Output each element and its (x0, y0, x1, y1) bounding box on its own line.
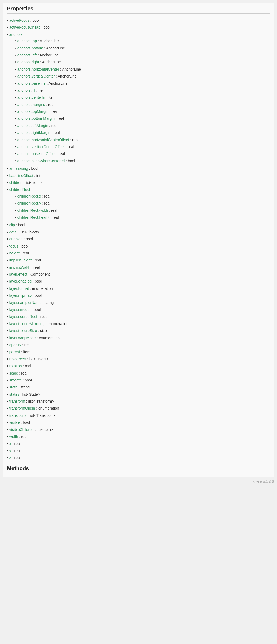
prop-type-rotation: : real (22, 364, 31, 368)
sub-link-anchors-margins[interactable]: anchors.margins (17, 102, 45, 107)
sub-item-anchors-verticalCenter: anchors.verticalCenter : AnchorLine (15, 73, 270, 80)
sub-link-anchors-right[interactable]: anchors.right (17, 60, 39, 64)
sub-type-anchors-topMargin: : real (48, 109, 58, 114)
prop-type-layer.smooth: : bool (30, 307, 41, 312)
prop-link-height[interactable]: height (9, 251, 20, 255)
prop-item-x: x : real (7, 440, 270, 447)
sub-link-anchors-alignWhenCentered[interactable]: anchors.alignWhenCentered (17, 159, 65, 163)
prop-item-baselineOffset: baselineOffset : int (7, 172, 270, 179)
sub-link-childrenRect-width[interactable]: childrenRect.width (17, 208, 48, 213)
prop-type-visible: : bool (20, 420, 30, 425)
prop-link-layer.smooth[interactable]: layer.smooth (9, 307, 30, 312)
sub-item-anchors-fill: anchors.fill : Item (15, 87, 270, 94)
prop-type-opacity: : real (21, 343, 30, 347)
sub-link-childrenRect-x[interactable]: childrenRect.x (17, 194, 41, 198)
prop-link-layer.wrapMode[interactable]: layer.wrapMode (9, 336, 36, 340)
prop-type-transitions: : list<Transition> (26, 413, 55, 418)
prop-item-activeFocusOnTab: activeFocusOnTab : bool (7, 24, 270, 31)
prop-link-data[interactable]: data (9, 230, 17, 234)
prop-link-parent[interactable]: parent (9, 350, 20, 354)
prop-link-visible[interactable]: visible (9, 420, 20, 425)
prop-link-implicitWidth[interactable]: implicitWidth (9, 265, 30, 269)
prop-link-visibleChildren[interactable]: visibleChildren (9, 427, 34, 432)
prop-link-y[interactable]: y (9, 449, 11, 453)
prop-link-scale[interactable]: scale (9, 371, 18, 375)
prop-link-baselineOffset[interactable]: baselineOffset (9, 173, 33, 178)
sub-link-anchors-fill[interactable]: anchors.fill (17, 88, 35, 92)
sub-item-anchors-horizontalCenter: anchors.horizontalCenter : AnchorLine (15, 66, 270, 73)
prop-item-layer.smooth: layer.smooth : bool (7, 306, 270, 313)
sub-item-anchors-margins: anchors.margins : real (15, 101, 270, 108)
prop-link-resources[interactable]: resources (9, 357, 26, 361)
prop-link-layer.enabled[interactable]: layer.enabled (9, 279, 32, 283)
prop-link-clip[interactable]: clip (9, 223, 15, 227)
sub-link-anchors-topMargin[interactable]: anchors.topMargin (17, 109, 48, 114)
prop-link-enabled[interactable]: enabled (9, 237, 23, 241)
prop-link-anchors[interactable]: anchors (9, 32, 23, 37)
prop-link-state[interactable]: state (9, 385, 17, 389)
prop-link-layer.textureMirroring[interactable]: layer.textureMirroring (9, 322, 45, 326)
prop-link-focus[interactable]: focus (9, 244, 18, 248)
sub-link-anchors-bottomMargin[interactable]: anchors.bottomMargin (17, 116, 55, 121)
prop-type-enabled: : bool (23, 237, 33, 241)
sub-link-childrenRect-height[interactable]: childrenRect.height (17, 215, 49, 219)
sub-link-anchors-baselineOffset[interactable]: anchors.baselineOffset (17, 152, 56, 156)
sub-link-anchors-horizontalCenter[interactable]: anchors.horizontalCenter (17, 67, 59, 71)
prop-link-width[interactable]: width (9, 434, 18, 439)
sub-link-anchors-centerIn[interactable]: anchors.centerIn (17, 95, 45, 99)
sub-item-childrenRect-height: childrenRect.height : real (15, 214, 270, 221)
prop-link-states[interactable]: states (9, 392, 19, 396)
prop-link-rotation[interactable]: rotation (9, 364, 22, 368)
prop-link-antialiasing[interactable]: antialiasing (9, 166, 28, 171)
prop-link-smooth[interactable]: smooth (9, 378, 22, 382)
prop-item-visible: visible : bool (7, 419, 270, 426)
prop-link-layer.textureSize[interactable]: layer.textureSize (9, 329, 37, 333)
sub-item-anchors-leftMargin: anchors.leftMargin : real (15, 122, 270, 129)
prop-link-activeFocus[interactable]: activeFocus (9, 18, 29, 22)
sub-link-childrenRect-y[interactable]: childrenRect.y (17, 201, 41, 205)
sub-link-anchors-leftMargin[interactable]: anchors.leftMargin (17, 124, 48, 128)
prop-item-layer.textureSize: layer.textureSize : size (7, 327, 270, 334)
prop-type-implicitHeight: : real (32, 258, 41, 262)
prop-link-z[interactable]: z (9, 456, 11, 460)
prop-link-layer.format[interactable]: layer.format (9, 286, 29, 291)
prop-item-height: height : real (7, 250, 270, 257)
prop-item-clip: clip : bool (7, 221, 270, 228)
sub-link-anchors-verticalCenterOffset[interactable]: anchors.verticalCenterOffset (17, 145, 65, 149)
prop-type-smooth: : bool (22, 378, 32, 382)
prop-link-transformOrigin[interactable]: transformOrigin (9, 406, 35, 410)
prop-link-layer.sourceRect[interactable]: layer.sourceRect (9, 314, 37, 319)
sub-link-anchors-baseline[interactable]: anchors.baseline (17, 81, 46, 86)
sub-item-anchors-verticalCenterOffset: anchors.verticalCenterOffset : real (15, 143, 270, 150)
prop-link-transitions[interactable]: transitions (9, 413, 26, 418)
prop-link-activeFocusOnTab[interactable]: activeFocusOnTab (9, 25, 40, 29)
prop-link-children[interactable]: children (9, 180, 22, 185)
sub-type-anchors-baseline: : AnchorLine (46, 81, 68, 86)
sub-list-childrenRect: childrenRect.x : realchildrenRect.y : re… (15, 193, 270, 221)
sub-link-anchors-verticalCenter[interactable]: anchors.verticalCenter (17, 74, 55, 78)
prop-item-resources: resources : list<Object> (7, 356, 270, 363)
prop-item-parent: parent : Item (7, 348, 270, 355)
sub-link-anchors-top[interactable]: anchors.top (17, 39, 37, 43)
prop-link-opacity[interactable]: opacity (9, 343, 21, 347)
sub-link-anchors-horizontalCenterOffset[interactable]: anchors.horizontalCenterOffset (17, 138, 69, 142)
prop-link-layer.samplerName[interactable]: layer.samplerName (9, 300, 42, 305)
prop-type-y: : real (11, 449, 21, 453)
sub-item-childrenRect-y: childrenRect.y : real (15, 200, 270, 207)
prop-type-layer.sourceRect: : rect (37, 314, 47, 319)
sub-link-anchors-left[interactable]: anchors.left (17, 53, 37, 57)
prop-link-layer.mipmap[interactable]: layer.mipmap (9, 293, 32, 298)
properties-section: Properties activeFocus : boolactiveFocus… (3, 3, 274, 477)
prop-link-transform[interactable]: transform (9, 399, 25, 403)
sub-item-anchors-rightMargin: anchors.rightMargin : real (15, 129, 270, 136)
sub-item-anchors-topMargin: anchors.topMargin : real (15, 108, 270, 115)
sub-item-anchors-baselineOffset: anchors.baselineOffset : real (15, 150, 270, 157)
prop-link-childrenRect[interactable]: childrenRect (9, 187, 30, 192)
sub-type-anchors-fill: : Item (35, 88, 46, 92)
prop-type-states: : list<State> (19, 392, 40, 396)
prop-link-x[interactable]: x (9, 441, 11, 446)
sub-link-anchors-bottom[interactable]: anchors.bottom (17, 46, 43, 50)
sub-link-anchors-rightMargin[interactable]: anchors.rightMargin (17, 130, 51, 135)
prop-link-implicitHeight[interactable]: implicitHeight (9, 258, 32, 262)
prop-link-layer.effect[interactable]: layer.effect (9, 272, 27, 276)
